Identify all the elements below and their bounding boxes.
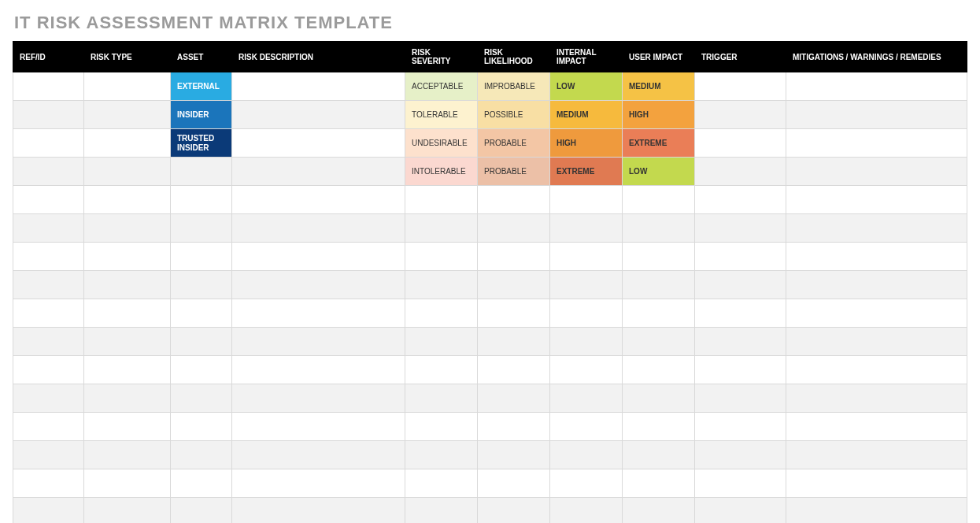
cell-blank[interactable] [232, 356, 405, 384]
cell-blank[interactable] [13, 243, 84, 271]
cell-blank[interactable] [13, 413, 84, 441]
cell-mit[interactable] [786, 101, 967, 129]
cell-blank[interactable] [623, 469, 695, 498]
cell-trigger[interactable] [695, 129, 786, 158]
cell-blank[interactable] [695, 413, 786, 441]
cell-user[interactable]: HIGH [623, 101, 695, 129]
cell-trigger[interactable] [695, 101, 786, 129]
cell-blank[interactable] [171, 413, 232, 441]
cell-user[interactable]: MEDIUM [623, 72, 695, 101]
cell-blank[interactable] [171, 328, 232, 356]
cell-blank[interactable] [478, 413, 550, 441]
cell-blank[interactable] [84, 384, 171, 413]
cell-blank[interactable] [405, 469, 478, 498]
cell-type[interactable] [84, 129, 171, 158]
cell-likelihood[interactable]: IMPROBABLE [478, 72, 550, 101]
cell-blank[interactable] [13, 356, 84, 384]
cell-blank[interactable] [84, 186, 171, 214]
cell-likelihood[interactable]: PROBABLE [478, 158, 550, 186]
cell-likelihood[interactable]: POSSIBLE [478, 101, 550, 129]
cell-blank[interactable] [405, 441, 478, 469]
cell-blank[interactable] [786, 413, 967, 441]
cell-asset[interactable]: INSIDER [171, 101, 232, 129]
cell-blank[interactable] [550, 299, 623, 328]
cell-blank[interactable] [405, 186, 478, 214]
cell-blank[interactable] [171, 214, 232, 243]
cell-blank[interactable] [232, 186, 405, 214]
cell-blank[interactable] [623, 413, 695, 441]
cell-blank[interactable] [623, 243, 695, 271]
cell-type[interactable] [84, 101, 171, 129]
cell-blank[interactable] [786, 469, 967, 498]
cell-blank[interactable] [695, 498, 786, 524]
cell-blank[interactable] [405, 214, 478, 243]
cell-blank[interactable] [84, 469, 171, 498]
cell-blank[interactable] [405, 299, 478, 328]
cell-blank[interactable] [786, 498, 967, 524]
cell-blank[interactable] [550, 384, 623, 413]
cell-blank[interactable] [478, 441, 550, 469]
cell-blank[interactable] [623, 186, 695, 214]
cell-blank[interactable] [550, 271, 623, 299]
cell-blank[interactable] [84, 243, 171, 271]
cell-user[interactable]: EXTREME [623, 129, 695, 158]
cell-severity[interactable]: UNDESIRABLE [405, 129, 478, 158]
cell-blank[interactable] [84, 299, 171, 328]
cell-blank[interactable] [13, 498, 84, 524]
cell-blank[interactable] [84, 328, 171, 356]
cell-blank[interactable] [478, 186, 550, 214]
cell-blank[interactable] [478, 243, 550, 271]
cell-blank[interactable] [13, 186, 84, 214]
cell-blank[interactable] [695, 356, 786, 384]
cell-ref[interactable] [13, 129, 84, 158]
cell-blank[interactable] [232, 328, 405, 356]
cell-blank[interactable] [405, 498, 478, 524]
cell-blank[interactable] [232, 441, 405, 469]
cell-blank[interactable] [695, 214, 786, 243]
cell-likelihood[interactable]: PROBABLE [478, 129, 550, 158]
cell-internal[interactable]: EXTREME [550, 158, 623, 186]
cell-blank[interactable] [84, 413, 171, 441]
cell-blank[interactable] [405, 384, 478, 413]
cell-blank[interactable] [786, 384, 967, 413]
cell-blank[interactable] [695, 469, 786, 498]
cell-blank[interactable] [84, 356, 171, 384]
cell-blank[interactable] [405, 413, 478, 441]
cell-severity[interactable]: ACCEPTABLE [405, 72, 478, 101]
cell-blank[interactable] [232, 299, 405, 328]
cell-severity[interactable]: INTOLERABLE [405, 158, 478, 186]
cell-blank[interactable] [405, 243, 478, 271]
cell-blank[interactable] [695, 384, 786, 413]
cell-blank[interactable] [232, 498, 405, 524]
cell-blank[interactable] [786, 243, 967, 271]
cell-user[interactable]: LOW [623, 158, 695, 186]
cell-blank[interactable] [786, 186, 967, 214]
cell-asset[interactable]: EXTERNAL [171, 72, 232, 101]
cell-blank[interactable] [232, 243, 405, 271]
cell-blank[interactable] [232, 469, 405, 498]
cell-blank[interactable] [550, 356, 623, 384]
cell-blank[interactable] [13, 441, 84, 469]
cell-blank[interactable] [478, 356, 550, 384]
cell-blank[interactable] [405, 328, 478, 356]
cell-type[interactable] [84, 158, 171, 186]
cell-blank[interactable] [695, 299, 786, 328]
cell-mit[interactable] [786, 129, 967, 158]
cell-blank[interactable] [232, 214, 405, 243]
cell-ref[interactable] [13, 158, 84, 186]
cell-blank[interactable] [13, 328, 84, 356]
cell-blank[interactable] [623, 271, 695, 299]
cell-blank[interactable] [623, 328, 695, 356]
cell-mit[interactable] [786, 72, 967, 101]
cell-blank[interactable] [232, 271, 405, 299]
cell-blank[interactable] [786, 356, 967, 384]
cell-blank[interactable] [695, 328, 786, 356]
cell-blank[interactable] [13, 299, 84, 328]
cell-blank[interactable] [171, 271, 232, 299]
cell-ref[interactable] [13, 101, 84, 129]
cell-blank[interactable] [550, 498, 623, 524]
cell-blank[interactable] [478, 498, 550, 524]
cell-blank[interactable] [623, 214, 695, 243]
cell-blank[interactable] [623, 356, 695, 384]
cell-trigger[interactable] [695, 72, 786, 101]
